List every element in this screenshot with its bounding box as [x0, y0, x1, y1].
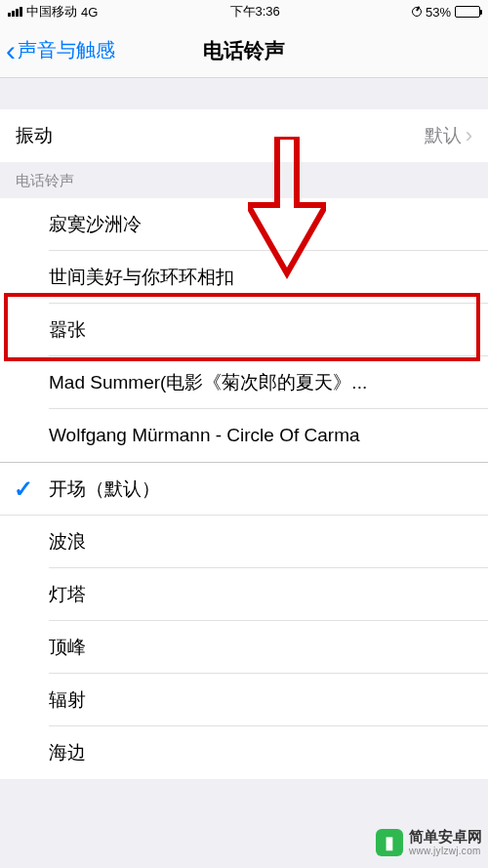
ringtone-row-builtin-2[interactable]: 灯塔	[0, 568, 488, 621]
ringtone-label: Wolfgang Mürmann - Circle Of Carma	[49, 425, 360, 446]
status-time: 下午3:36	[230, 3, 280, 21]
orientation-lock-icon	[412, 7, 422, 17]
status-left: 中国移动 4G	[8, 3, 98, 21]
vibration-value: 默认	[425, 123, 462, 148]
status-bar: 中国移动 4G 下午3:36 53%	[0, 0, 488, 23]
ringtone-label: 辐射	[49, 687, 86, 713]
ringtone-label: 世间美好与你环环相扣	[49, 265, 234, 290]
watermark: ▮ 简单安卓网 www.jylzwj.com	[376, 829, 482, 856]
nav-bar: ‹ 声音与触感 电话铃声	[0, 23, 488, 78]
ringtone-label: 寂寞沙洲冷	[49, 212, 142, 237]
ringtones-section-header: 电话铃声	[0, 162, 488, 198]
chevron-left-icon: ‹	[6, 36, 16, 65]
battery-icon	[455, 6, 480, 18]
android-icon: ▮	[376, 829, 403, 856]
back-label: 声音与触感	[18, 37, 115, 63]
checkmark-icon: ✓	[14, 475, 33, 503]
ringtone-label: 顶峰	[49, 635, 86, 660]
vibration-label: 振动	[16, 123, 53, 148]
ringtone-row-custom-2[interactable]: 嚣张	[0, 304, 488, 356]
ringtone-label: Mad Summer(电影《菊次郎的夏天》...	[49, 370, 367, 395]
watermark-url: www.jylzwj.com	[409, 846, 482, 856]
ringtone-label: 嚣张	[49, 317, 86, 343]
ringtone-row-custom-0[interactable]: 寂寞沙洲冷	[0, 198, 488, 251]
signal-icon	[8, 7, 22, 17]
ringtone-label: 海边	[49, 740, 86, 765]
ringtone-row-custom-3[interactable]: Mad Summer(电影《菊次郎的夏天》...	[0, 356, 488, 409]
back-button[interactable]: ‹ 声音与触感	[0, 23, 115, 77]
ringtone-row-builtin-3[interactable]: 顶峰	[0, 621, 488, 674]
ringtone-row-builtin-1[interactable]: 波浪	[0, 516, 488, 568]
ringtone-row-builtin-5[interactable]: 海边	[0, 726, 488, 779]
carrier-label: 中国移动	[26, 3, 77, 21]
ringtone-row-custom-4[interactable]: Wolfgang Mürmann - Circle Of Carma	[0, 409, 488, 462]
watermark-title: 简单安卓网	[409, 829, 482, 846]
chevron-right-icon: ›	[466, 123, 472, 148]
ringtone-row-builtin-4[interactable]: 辐射	[0, 674, 488, 726]
ringtone-row-custom-1[interactable]: 世间美好与你环环相扣	[0, 251, 488, 304]
network-label: 4G	[81, 5, 98, 20]
ringtone-row-builtin-0[interactable]: ✓ 开场（默认）	[0, 463, 488, 516]
battery-percent: 53%	[426, 5, 451, 20]
ringtone-label: 灯塔	[49, 582, 86, 607]
ringtone-label: 开场（默认）	[49, 476, 160, 502]
ringtone-label: 波浪	[49, 529, 86, 555]
vibration-row[interactable]: 振动 默认 ›	[0, 109, 488, 162]
status-right: 53%	[412, 5, 480, 20]
